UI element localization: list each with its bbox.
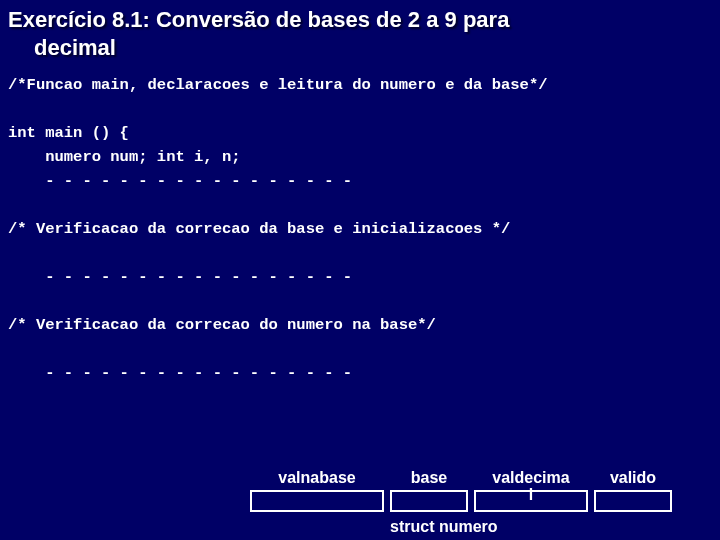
code-line-3: numero num; int i, n; [8,148,241,166]
field-valido: valido [594,470,672,512]
code-line-1: /*Funcao main, declaracoes e leitura do … [8,76,548,94]
code-line-2: int main () { [8,124,129,142]
code-line-4: - - - - - - - - - - - - - - - - - [8,172,352,190]
code-block: /*Funcao main, declaracoes e leitura do … [0,65,720,385]
field-label: valnabase [278,470,355,490]
field-valdecimal: valdecima l [474,470,588,512]
slide-title: Exercício 8.1: Conversão de bases de 2 a… [0,0,720,65]
field-label: valido [610,470,656,490]
code-line-7: /* Verificacao da correcao do numero na … [8,316,436,334]
field-cell [474,490,588,512]
field-cell [390,490,468,512]
field-cell [594,490,672,512]
field-label: base [411,470,447,490]
title-line1: Exercício 8.1: Conversão de bases de 2 a… [8,7,509,32]
struct-caption: struct numero [390,518,498,536]
code-line-8: - - - - - - - - - - - - - - - - - [8,364,352,382]
title-line2: decimal [8,34,712,62]
code-line-5: /* Verificacao da correcao da base e ini… [8,220,510,238]
code-line-6: - - - - - - - - - - - - - - - - - [8,268,352,286]
field-base: base [390,470,468,512]
field-valnabase: valnabase [250,470,384,512]
struct-fields-row: valnabase base valdecima l valido [250,470,672,512]
field-cell [250,490,384,512]
field-label-part1: valdecima [492,469,569,486]
